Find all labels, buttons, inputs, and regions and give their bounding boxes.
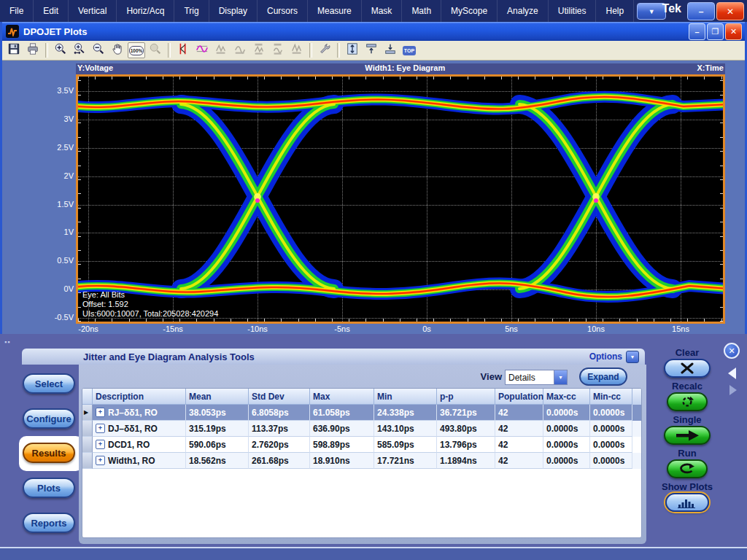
results-button[interactable]: Results xyxy=(23,443,75,463)
options-button[interactable]: Options xyxy=(589,351,622,362)
plots-button[interactable]: Plots xyxy=(23,478,75,498)
reset-horizontal-button[interactable] xyxy=(231,42,249,58)
table-row[interactable]: +DCD1, RO590.06ps2.7620ps598.89ps585.09p… xyxy=(82,437,641,453)
y-axis-tick-label: -0.5V xyxy=(31,313,74,322)
align-bottom-button[interactable] xyxy=(382,42,399,58)
column-header-population[interactable]: Population xyxy=(495,389,543,405)
column-header-stddev[interactable]: Std Dev xyxy=(249,389,310,405)
eye-diagram-plot[interactable]: Eye: All BitsOffset: 1.592UIs:6000:10007… xyxy=(76,74,725,324)
panel-close-button[interactable]: ✕ xyxy=(724,343,740,359)
menu-item-math[interactable]: Math xyxy=(402,0,441,22)
menu-item-file[interactable]: File xyxy=(0,0,34,22)
row-value-cell: 18.910ns xyxy=(310,453,374,469)
print-icon xyxy=(26,42,39,58)
app-close-button[interactable]: ✕ xyxy=(716,2,744,20)
column-header-max[interactable]: Max xyxy=(310,389,374,405)
results-pane: View Details ▼ Expand DescriptionMeanStd… xyxy=(79,365,646,544)
expand-row-icon[interactable]: + xyxy=(96,440,105,449)
menu-item-myscope[interactable]: MyScope xyxy=(441,0,498,22)
column-header-maxcc[interactable]: Max-cc xyxy=(543,389,590,405)
row-value-cell: 0.0000s xyxy=(590,437,632,453)
table-row[interactable]: +DJ–δδ1, RO315.19ps113.37ps636.90ps143.1… xyxy=(82,421,641,437)
show-plots-button[interactable] xyxy=(665,493,709,512)
table-row[interactable]: +Width1, RO18.562ns261.68ps18.910ns17.72… xyxy=(82,453,641,469)
row-value-cell: 13.796ps xyxy=(437,437,495,453)
menu-item-trig[interactable]: Trig xyxy=(174,0,209,22)
waveform-cursors-button[interactable] xyxy=(193,42,211,58)
menu-item-display[interactable]: Display xyxy=(209,0,258,22)
expand-row-icon[interactable]: + xyxy=(96,456,105,465)
y-axis-tick-label: 3V xyxy=(31,114,74,123)
reset-vertical-button[interactable] xyxy=(212,42,230,58)
chevron-down-icon[interactable]: ▼ xyxy=(554,370,567,384)
pan-button[interactable] xyxy=(109,42,126,58)
chevron-down-icon: ▼ xyxy=(649,8,655,15)
reports-button[interactable]: Reports xyxy=(23,513,75,533)
zoom-out-button[interactable] xyxy=(90,42,107,58)
zoom-horizontal-button[interactable] xyxy=(71,42,88,58)
menu-item-cursors[interactable]: Cursors xyxy=(258,0,308,22)
expand-row-icon[interactable]: + xyxy=(96,424,105,433)
zoom-100-icon: 100% xyxy=(129,46,144,55)
expand-row-icon[interactable]: + xyxy=(96,408,105,417)
table-row[interactable]: ▶+RJ–δδ1, RO38.053ps6.8058ps61.058ps24.3… xyxy=(82,405,641,421)
plots-window-titlebar[interactable]: DPOJET Plots – ❐ ✕ xyxy=(2,22,745,41)
single-button[interactable] xyxy=(664,426,711,445)
plots-minimize-button[interactable]: – xyxy=(689,23,705,40)
plots-maximize-button[interactable]: ❐ xyxy=(707,23,724,40)
properties-button[interactable] xyxy=(316,42,333,58)
print-button[interactable] xyxy=(24,42,42,58)
fit-vertical-button[interactable] xyxy=(344,42,361,58)
row-description-label: Width1, RO xyxy=(108,456,155,466)
results-table-body: ▶+RJ–δδ1, RO38.053ps6.8058ps61.058ps24.3… xyxy=(82,405,641,469)
max-min-vertical-button[interactable] xyxy=(250,42,268,58)
row-value-cell: 0.0000s xyxy=(543,437,590,453)
align-top-button[interactable] xyxy=(363,42,380,58)
menu-item-utilities[interactable]: Utilities xyxy=(549,0,597,22)
column-header-mean[interactable]: Mean xyxy=(186,389,249,405)
select-button[interactable]: Select xyxy=(23,373,75,394)
options-dropdown-button[interactable]: ▼ xyxy=(626,351,639,363)
menu-item-horizacq[interactable]: Horiz/Acq xyxy=(117,0,174,22)
save-button[interactable] xyxy=(5,42,23,58)
column-header-pp[interactable]: p-p xyxy=(437,389,495,405)
zoom-sync-button[interactable] xyxy=(147,42,164,58)
row-value-cell: 113.37ps xyxy=(249,421,310,437)
row-description-label: RJ–δδ1, RO xyxy=(108,408,158,418)
zoom-100-button[interactable]: 100% xyxy=(128,42,145,58)
clear-button[interactable] xyxy=(664,359,711,378)
vertical-cursors-button[interactable] xyxy=(174,42,192,58)
column-header-min[interactable]: Min xyxy=(374,389,437,405)
expand-button[interactable]: Expand xyxy=(579,368,627,386)
menu-item-measure[interactable]: Measure xyxy=(308,0,362,22)
menu-item-edit[interactable]: Edit xyxy=(34,0,69,22)
run-button[interactable] xyxy=(667,459,708,478)
clear-x-icon xyxy=(678,362,696,374)
column-header-description[interactable]: Description xyxy=(93,389,186,405)
column-header-mincc[interactable]: Min-cc xyxy=(590,389,632,405)
menu-item-mask[interactable]: Mask xyxy=(362,0,403,22)
sync-button[interactable] xyxy=(288,42,306,58)
plots-close-button[interactable]: ✕ xyxy=(725,23,742,40)
zoom-in-button[interactable] xyxy=(52,42,69,58)
collapse-right-icon[interactable] xyxy=(729,385,737,395)
recalc-button[interactable] xyxy=(667,392,708,411)
panel-grip[interactable]: ▪▪ xyxy=(4,338,10,346)
row-value-cell: 61.058ps xyxy=(310,405,374,421)
configure-button[interactable]: Configure xyxy=(23,408,75,429)
tek-logo: Tek xyxy=(662,2,681,15)
row-value-cell: 42 xyxy=(495,405,543,421)
menu-item-analyze[interactable]: Analyze xyxy=(498,0,549,22)
menu-item-vertical[interactable]: Vertical xyxy=(69,0,117,22)
row-value-cell: 493.80ps xyxy=(437,421,495,437)
menu-item-help[interactable]: Help xyxy=(596,0,634,22)
app-minimize-button[interactable]: – xyxy=(687,2,715,20)
row-value-cell: 315.19ps xyxy=(186,421,249,437)
max-min-horizontal-button[interactable] xyxy=(269,42,287,58)
top-button[interactable]: TOP xyxy=(400,42,418,58)
plot-annotation-line: Eye: All Bits xyxy=(82,290,218,300)
view-select[interactable]: Details ▼ xyxy=(505,370,568,385)
row-description-label: DJ–δδ1, RO xyxy=(108,424,158,434)
y-axis-tick-label: 3.5V xyxy=(31,86,74,95)
collapse-left-icon[interactable] xyxy=(728,368,736,379)
